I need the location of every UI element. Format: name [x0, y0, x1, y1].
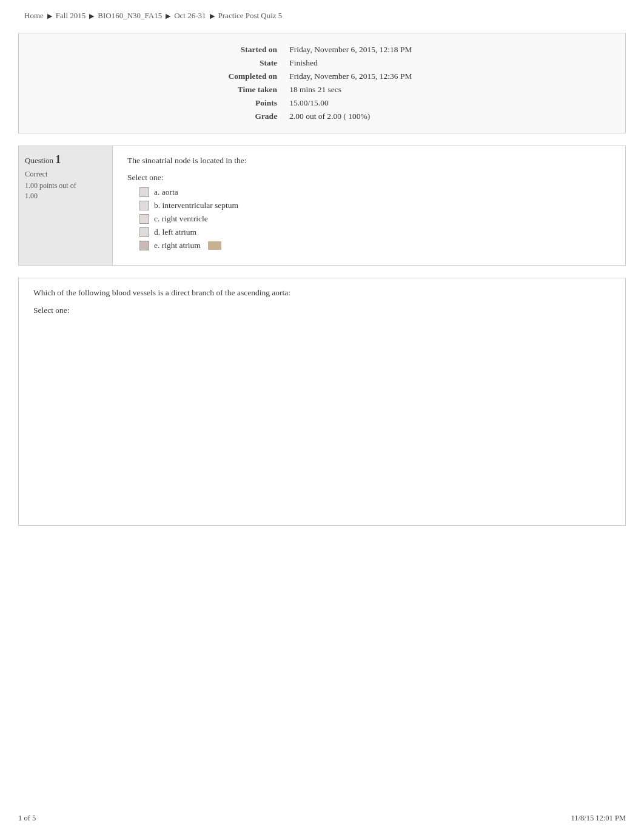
completed-on-value: Friday, November 6, 2015, 12:36 PM — [286, 70, 419, 83]
info-table: Started on Friday, November 6, 2015, 12:… — [225, 43, 420, 123]
question-1-text: The sinoatrial node is located in the: — [127, 155, 613, 167]
question-1-content: The sinoatrial node is located in the: S… — [113, 146, 625, 265]
question-2-content: Which of the following blood vessels is … — [19, 278, 625, 525]
grade-row: Grade 2.00 out of 2.00 ( 100%) — [225, 110, 420, 123]
points-label: 1.00 points out of — [25, 181, 106, 190]
option-b-radio[interactable] — [139, 201, 149, 210]
option-e-row: e. right atrium — [139, 241, 613, 250]
state-row: State Finished — [225, 56, 420, 70]
option-d-row: d. left atrium — [139, 227, 613, 237]
points-label: Points — [225, 96, 286, 110]
option-d-radio[interactable] — [139, 227, 149, 237]
question-word: Question — [25, 156, 53, 165]
option-a-text: a. aorta — [154, 187, 178, 197]
points-row: Points 15.00/15.00 — [225, 96, 420, 110]
option-a-row: a. aorta — [139, 187, 613, 197]
q2-empty-space — [33, 320, 613, 514]
correct-indicator — [208, 241, 221, 250]
questions-container: Question 1 Correct 1.00 points out of 1.… — [18, 146, 626, 526]
breadcrumb-quiz[interactable]: Practice Post Quiz 5 — [218, 11, 283, 21]
footer-timestamp: 11/8/15 12:01 PM — [571, 814, 626, 823]
question-number: 1 — [55, 153, 61, 166]
option-b-row: b. interventricular septum — [139, 201, 613, 210]
question-label: Question 1 — [25, 153, 106, 166]
breadcrumb-arrow-1: ▶ — [47, 12, 52, 20]
correct-label: Correct — [25, 170, 106, 179]
breadcrumb-arrow-2: ▶ — [89, 12, 94, 20]
started-on-row: Started on Friday, November 6, 2015, 12:… — [225, 43, 420, 56]
option-b-text: b. interventricular septum — [154, 201, 238, 210]
completed-on-label: Completed on — [225, 70, 286, 83]
started-on-label: Started on — [225, 43, 286, 56]
question-1-block: Question 1 Correct 1.00 points out of 1.… — [18, 146, 626, 266]
breadcrumb-home[interactable]: Home — [24, 11, 44, 21]
option-a-radio[interactable] — [139, 187, 149, 197]
breadcrumb: Home ▶ Fall 2015 ▶ BIO160_N30_FA15 ▶ Oct… — [0, 0, 644, 27]
option-e-text: e. right atrium — [154, 241, 201, 250]
state-value: Finished — [286, 56, 419, 70]
option-c-radio[interactable] — [139, 214, 149, 224]
breadcrumb-arrow-3: ▶ — [166, 12, 170, 20]
option-c-row: c. right ventricle — [139, 214, 613, 224]
question-1-sidebar: Question 1 Correct 1.00 points out of 1.… — [19, 146, 113, 265]
time-taken-row: Time taken 18 mins 21 secs — [225, 83, 420, 96]
breadcrumb-arrow-4: ▶ — [210, 12, 215, 20]
option-d-text: d. left atrium — [154, 227, 196, 237]
page-footer: 1 of 5 11/8/15 12:01 PM — [0, 814, 644, 823]
select-one-label: Select one: — [127, 173, 613, 183]
select-one-label-2: Select one: — [33, 306, 613, 315]
time-taken-value: 18 mins 21 secs — [286, 83, 419, 96]
breadcrumb-week[interactable]: Oct 26-31 — [174, 11, 206, 21]
breadcrumb-fall2015[interactable]: Fall 2015 — [56, 11, 86, 21]
question-2-block: Which of the following blood vessels is … — [18, 278, 626, 525]
option-c-text: c. right ventricle — [154, 214, 208, 224]
completed-on-row: Completed on Friday, November 6, 2015, 1… — [225, 70, 420, 83]
points-value: 1.00 — [25, 192, 106, 201]
started-on-value: Friday, November 6, 2015, 12:18 PM — [286, 43, 419, 56]
points-value: 15.00/15.00 — [286, 96, 419, 110]
question-2-text: Which of the following blood vessels is … — [33, 287, 613, 299]
state-label: State — [225, 56, 286, 70]
time-taken-label: Time taken — [225, 83, 286, 96]
info-card: Started on Friday, November 6, 2015, 12:… — [18, 33, 626, 133]
grade-value: 2.00 out of 2.00 ( 100%) — [286, 110, 419, 123]
page-number: 1 of 5 — [18, 814, 36, 823]
breadcrumb-course[interactable]: BIO160_N30_FA15 — [98, 11, 162, 21]
option-e-radio[interactable] — [139, 241, 149, 250]
grade-label: Grade — [225, 110, 286, 123]
